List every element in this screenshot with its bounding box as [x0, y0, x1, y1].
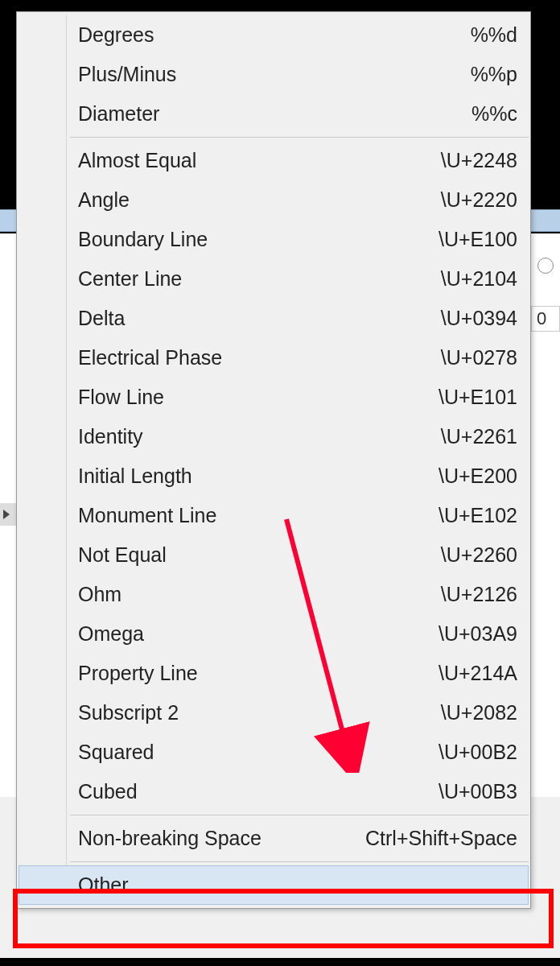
menu-item-angle[interactable]: Angle\U+2220 — [19, 180, 529, 220]
menu-item-shortcut: \U+2220 — [441, 188, 517, 212]
menu-separator — [70, 137, 529, 138]
menu-item-ohm[interactable]: Ohm\U+2126 — [19, 575, 529, 614]
menu-item-property-line[interactable]: Property Line\U+214A — [19, 654, 529, 693]
menu-item-shortcut: \U+0394 — [441, 307, 517, 330]
menu-item-label: Flow Line — [78, 386, 164, 409]
menu-item-delta[interactable]: Delta\U+0394 — [19, 299, 529, 338]
menu-separator — [70, 815, 529, 815]
menu-item-almost-equal[interactable]: Almost Equal\U+2248 — [19, 141, 529, 180]
menu-item-monument-line[interactable]: Monument Line\U+E102 — [19, 496, 529, 535]
menu-item-label: Electrical Phase — [78, 346, 222, 369]
menu-item-shortcut: %%c — [471, 102, 517, 126]
menu-item-shortcut: \U+00B3 — [439, 780, 517, 803]
bg-numeric-field[interactable]: 0 — [531, 306, 560, 332]
menu-item-label: Delta — [78, 307, 125, 330]
menu-item-label: Ohm — [78, 583, 121, 606]
menu-item-shortcut: %%d — [471, 23, 517, 47]
menu-item-label: Initial Length — [78, 464, 192, 488]
menu-item-label: Other... — [78, 873, 144, 897]
menu-separator — [70, 861, 529, 862]
menu-item-label: Boundary Line — [78, 228, 208, 251]
menu-item-identity[interactable]: Identity\U+2261 — [19, 417, 529, 456]
menu-item-label: Cubed — [78, 780, 138, 803]
menu-item-shortcut: \U+0278 — [441, 346, 517, 369]
menu-item-shortcut: \U+2126 — [441, 583, 517, 606]
menu-item-label: Degrees — [78, 23, 154, 47]
menu-item-label: Angle — [78, 188, 130, 212]
bg-circle-icon — [537, 258, 554, 274]
menu-item-electrical-phase[interactable]: Electrical Phase\U+0278 — [19, 338, 529, 378]
menu-item-omega[interactable]: Omega\U+03A9 — [19, 614, 529, 654]
menu-item-nonbreaking-space[interactable]: Non-breaking SpaceCtrl+Shift+Space — [19, 819, 529, 858]
menu-item-label: Monument Line — [78, 504, 216, 527]
menu-item-label: Diameter — [78, 102, 159, 126]
menu-item-diameter[interactable]: Diameter%%c — [19, 94, 529, 134]
symbol-context-menu: Degrees%%dPlus/Minus%%pDiameter%%cAlmost… — [16, 11, 531, 909]
menu-item-shortcut: Ctrl+Shift+Space — [365, 827, 517, 850]
menu-item-label: Subscript 2 — [78, 701, 179, 724]
menu-item-shortcut: \U+E101 — [439, 386, 517, 409]
menu-item-shortcut: \U+2082 — [441, 701, 517, 724]
menu-item-shortcut: \U+2260 — [441, 543, 517, 567]
menu-item-initial-length[interactable]: Initial Length\U+E200 — [19, 456, 529, 496]
menu-item-flow-line[interactable]: Flow Line\U+E101 — [19, 378, 529, 417]
menu-item-boundary-line[interactable]: Boundary Line\U+E100 — [19, 220, 529, 259]
menu-item-subscript-2[interactable]: Subscript 2\U+2082 — [19, 693, 529, 733]
menu-item-cubed[interactable]: Cubed\U+00B3 — [19, 772, 529, 811]
menu-item-squared[interactable]: Squared\U+00B2 — [19, 733, 529, 772]
menu-item-not-equal[interactable]: Not Equal\U+2260 — [19, 535, 529, 575]
menu-item-shortcut: \U+2248 — [441, 149, 517, 172]
menu-item-shortcut: \U+E102 — [439, 504, 517, 527]
menu-item-shortcut: \U+00B2 — [439, 741, 517, 764]
menu-item-label: Plus/Minus — [78, 63, 176, 86]
menu-item-shortcut: \U+2261 — [441, 425, 517, 448]
menu-item-label: Not Equal — [78, 543, 167, 567]
menu-item-shortcut: \U+2104 — [441, 267, 517, 291]
menu-item-label: Identity — [78, 425, 143, 448]
menu-item-shortcut: \U+03A9 — [439, 622, 517, 646]
bg-chevron-icon — [0, 503, 16, 526]
menu-item-label: Squared — [78, 741, 154, 764]
menu-item-other[interactable]: Other... — [19, 865, 529, 905]
menu-item-label: Almost Equal — [78, 149, 196, 172]
menu-item-label: Property Line — [78, 662, 198, 685]
menu-item-center-line[interactable]: Center Line\U+2104 — [19, 259, 529, 299]
menu-item-degrees[interactable]: Degrees%%d — [19, 15, 529, 55]
menu-item-label: Center Line — [78, 267, 182, 291]
menu-item-label: Omega — [78, 622, 144, 646]
menu-item-label: Non-breaking Space — [78, 827, 261, 850]
menu-item-shortcut: \U+E200 — [439, 464, 517, 488]
menu-item-shortcut: %%p — [471, 63, 517, 86]
menu-item-shortcut: \U+E100 — [439, 228, 517, 251]
menu-item-plus-minus[interactable]: Plus/Minus%%p — [19, 55, 529, 94]
menu-item-shortcut: \U+214A — [439, 662, 517, 685]
